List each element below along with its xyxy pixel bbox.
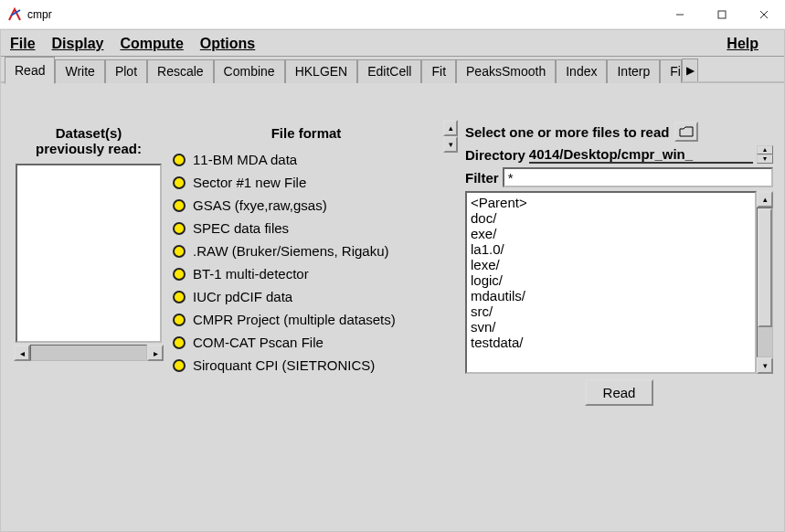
datasets-heading-1: Dataset(s) — [56, 125, 122, 141]
radio-icon — [173, 222, 186, 235]
file-item[interactable]: la1.0/ — [471, 241, 751, 257]
scroll-up-icon[interactable]: ▴ — [443, 120, 458, 136]
file-item[interactable]: exe/ — [471, 226, 751, 241]
format-radio-2[interactable]: GSAS (fxye,raw,gsas) — [169, 194, 443, 217]
hscroll-track[interactable] — [30, 345, 147, 361]
format-label: GSAS (fxye,raw,gsas) — [193, 197, 327, 213]
radio-icon — [173, 199, 186, 212]
tab-interp[interactable]: Interp — [607, 59, 660, 83]
tabbar: Read Write Plot Rescale Combine HKLGEN E… — [1, 56, 784, 83]
format-radio-4[interactable]: .RAW (Bruker/Siemens, Rigaku) — [169, 239, 443, 262]
close-button[interactable] — [743, 0, 785, 29]
format-label: IUCr pdCIF data — [193, 289, 292, 304]
file-item[interactable]: src/ — [471, 303, 751, 319]
filter-input[interactable] — [503, 167, 773, 187]
file-item[interactable]: lexe/ — [471, 257, 751, 272]
scroll-right-icon[interactable]: ▸ — [147, 345, 164, 361]
scroll-down-icon[interactable]: ▾ — [757, 357, 773, 374]
directory-spinner[interactable]: ▴ ▾ — [757, 145, 773, 164]
format-radio-7[interactable]: CMPR Project (multiple datasets) — [169, 308, 443, 331]
scroll-up-icon[interactable]: ▴ — [757, 191, 773, 207]
directory-value[interactable]: 4014/Desktop/cmpr_win_ — [529, 146, 753, 164]
format-radio-5[interactable]: BT-1 multi-detector — [169, 262, 443, 285]
tab-index[interactable]: Index — [556, 59, 607, 83]
format-radio-1[interactable]: Sector #1 new File — [169, 171, 443, 194]
radio-icon — [173, 359, 186, 372]
filebox-panel: Select one or more files to read Directo… — [461, 101, 777, 524]
menu-display[interactable]: Display — [52, 36, 104, 52]
vscroll-track[interactable] — [757, 207, 773, 357]
tab-write[interactable]: Write — [55, 59, 104, 83]
radio-icon — [173, 336, 186, 349]
file-item[interactable]: svn/ — [471, 319, 751, 335]
format-label: Sector #1 new File — [193, 175, 306, 190]
filebox-heading: Select one or more files to read — [465, 124, 669, 140]
tab-rescale[interactable]: Rescale — [147, 59, 214, 83]
datasets-heading-2: previously read: — [36, 141, 142, 156]
format-radio-6[interactable]: IUCr pdCIF data — [169, 285, 443, 308]
radio-icon — [173, 245, 186, 258]
vscroll-thumb[interactable] — [758, 208, 772, 327]
scroll-down-icon[interactable]: ▾ — [443, 136, 458, 153]
menubar: File Display Compute Options Help — [1, 30, 784, 56]
chevron-up-icon[interactable]: ▴ — [757, 145, 773, 154]
file-item[interactable]: <Parent> — [471, 195, 751, 210]
window-titlebar: cmpr — [0, 0, 785, 29]
directory-label: Directory — [465, 147, 525, 163]
tab-peakssmooth[interactable]: PeaksSmooth — [456, 59, 556, 83]
file-item[interactable]: doc/ — [471, 210, 751, 226]
tab-fit2[interactable]: Fit — [660, 59, 682, 83]
menu-file[interactable]: File — [10, 36, 36, 52]
file-item[interactable]: mdautils/ — [471, 288, 751, 303]
format-label: BT-1 multi-detector — [193, 266, 309, 282]
tab-scroll-right[interactable]: ▶ — [682, 59, 698, 82]
datasets-listbox[interactable] — [16, 164, 162, 343]
tab-read[interactable]: Read — [5, 57, 55, 84]
format-radio-0[interactable]: 11-BM MDA data — [169, 148, 443, 171]
up-directory-button[interactable] — [674, 122, 698, 142]
file-listbox[interactable]: <Parent> doc/ exe/ la1.0/ lexe/ logic/ m… — [465, 191, 757, 374]
datasets-panel: Dataset(s) previously read: ◂ ▸ — [8, 101, 169, 524]
format-radio-8[interactable]: COM-CAT Pscan File — [169, 331, 443, 354]
tab-editcell[interactable]: EditCell — [357, 59, 421, 83]
folder-up-icon — [679, 126, 694, 137]
format-radio-9[interactable]: Siroquant CPI (SIETRONICS) — [169, 354, 443, 377]
tab-fit[interactable]: Fit — [421, 59, 456, 83]
app-icon — [7, 7, 22, 22]
minimize-button[interactable] — [659, 0, 701, 29]
format-label: CMPR Project (multiple datasets) — [193, 312, 396, 327]
formats-heading: File format — [169, 125, 443, 141]
format-label: Siroquant CPI (SIETRONICS) — [193, 357, 375, 373]
radio-icon — [173, 291, 186, 303]
filter-label: Filter — [465, 170, 499, 186]
menu-options[interactable]: Options — [200, 36, 255, 52]
scroll-left-icon[interactable]: ◂ — [14, 345, 30, 361]
read-button[interactable]: Read — [585, 379, 654, 406]
radio-icon — [173, 268, 186, 281]
window-title: cmpr — [27, 8, 52, 21]
file-item[interactable]: logic/ — [471, 272, 751, 288]
formats-panel: File format 11-BM MDA data Sector #1 new… — [169, 101, 443, 524]
menu-compute[interactable]: Compute — [120, 36, 183, 52]
tab-plot[interactable]: Plot — [105, 59, 147, 83]
panel-splitter[interactable]: ▴ ▾ — [443, 120, 458, 160]
tab-combine[interactable]: Combine — [214, 59, 285, 83]
filelist-vscrollbar[interactable]: ▴ ▾ — [757, 191, 773, 374]
file-item[interactable]: testdata/ — [471, 335, 751, 350]
radio-icon — [173, 176, 186, 189]
format-label: SPEC data files — [193, 220, 289, 236]
maximize-button[interactable] — [701, 0, 743, 29]
datasets-hscrollbar[interactable]: ◂ ▸ — [14, 345, 164, 361]
radio-icon — [173, 154, 186, 166]
format-label: .RAW (Bruker/Siemens, Rigaku) — [193, 243, 389, 259]
format-label: COM-CAT Pscan File — [193, 335, 324, 350]
format-radio-3[interactable]: SPEC data files — [169, 217, 443, 239]
radio-icon — [173, 314, 186, 326]
format-label: 11-BM MDA data — [193, 152, 297, 167]
menu-help[interactable]: Help — [727, 36, 758, 52]
workarea: Dataset(s) previously read: ◂ ▸ File for… — [1, 83, 784, 531]
tab-hklgen[interactable]: HKLGEN — [285, 59, 358, 83]
chevron-down-icon[interactable]: ▾ — [757, 154, 773, 164]
svg-rect-1 — [718, 11, 726, 18]
